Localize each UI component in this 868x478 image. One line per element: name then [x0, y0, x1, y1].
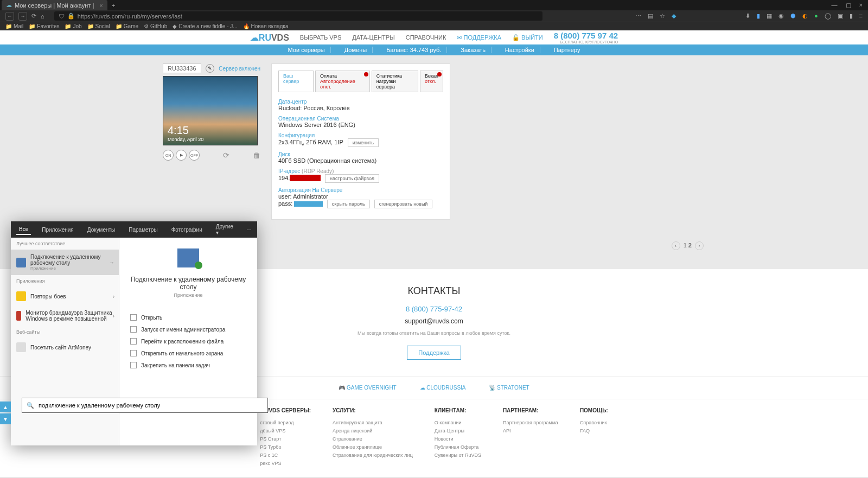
new-tab-button[interactable]: +	[112, 2, 115, 9]
footer-link[interactable]: О компании	[435, 420, 481, 425]
page-1[interactable]: 1	[684, 242, 687, 248]
action-open[interactable]: Открыть	[130, 311, 246, 323]
toolbar-icon-10[interactable]: ▮	[850, 12, 853, 20]
tab-server[interactable]: Ваш сервер	[278, 71, 314, 92]
hide-pass-button[interactable]: скрыть пароль	[327, 200, 370, 208]
search-more-icon[interactable]: ⋯	[246, 227, 252, 233]
edit-icon[interactable]: ✎	[206, 64, 214, 73]
footer-link[interactable]: стовый период	[260, 420, 311, 425]
menu-icon[interactable]: ≡	[859, 12, 863, 20]
nav-datacenters[interactable]: ДАТА-ЦЕНТРЫ	[352, 34, 395, 41]
search-tab-more[interactable]: Другие ▾	[213, 222, 238, 237]
restart-button[interactable]: ▶	[176, 150, 187, 161]
search-input[interactable]: 🔍 подключение к удаленному рабочему стол…	[22, 398, 268, 413]
toolbar-icon-3[interactable]: ▦	[767, 12, 772, 20]
ext-icon[interactable]: ◆	[672, 12, 676, 20]
footer-link[interactable]: PS Турбо	[260, 444, 311, 450]
footer-link[interactable]: рекс VPS	[260, 461, 311, 466]
search-tab-apps[interactable]: Приложения	[39, 225, 76, 234]
footer-link[interactable]: Страхование для юридических лиц	[333, 452, 413, 458]
minimize-icon[interactable]: —	[832, 2, 838, 9]
footer-link[interactable]: Справочник	[580, 420, 608, 425]
url-input[interactable]: 🛡 🔒 https://ruvds.com/ru-rub/my/servers/…	[54, 11, 542, 21]
subnav-balance[interactable]: Баланс: 34.743 руб.	[381, 47, 447, 53]
footer-link[interactable]: PS с 1С	[260, 452, 311, 458]
action-file-location[interactable]: Перейти к расположению файла	[130, 335, 246, 347]
footer-link[interactable]: Сувениры от RuVDS	[435, 452, 481, 458]
scroll-up-button[interactable]: ▲	[0, 401, 11, 412]
footer-link[interactable]: Публичная Оферта	[435, 444, 481, 450]
footer-link[interactable]: Антивирусная защита	[333, 420, 413, 425]
footer-link[interactable]: Аренда лицензий	[333, 428, 413, 434]
page-next-button[interactable]: ›	[695, 241, 704, 250]
subnav-domains[interactable]: Домены	[339, 47, 373, 53]
footer-link[interactable]: Дата-Центры	[435, 428, 481, 434]
bookmark-item[interactable]: 📁 Social	[87, 23, 110, 29]
refresh-icon[interactable]: ⟳	[223, 151, 229, 160]
toolbar-icon-5[interactable]: ⬢	[790, 12, 796, 20]
search-result-item[interactable]: Посетить сайт ArtMoney	[11, 338, 119, 356]
logo[interactable]: ☁RUVDS	[250, 33, 289, 43]
header-phone[interactable]: 8 (800) 775 97 42	[554, 31, 618, 40]
tab-backup[interactable]: Бекапоткл.	[420, 71, 443, 92]
action-unpin-start[interactable]: Открепить от начального экрана	[130, 347, 246, 359]
search-result-rdp[interactable]: Подключение к удаленному рабочему столуП…	[11, 250, 119, 275]
action-run-admin[interactable]: Запуск от имени администратора	[130, 323, 246, 335]
bookmark-item[interactable]: 🔥 Новая вкладка	[243, 23, 289, 29]
toolbar-icon-4[interactable]: ◉	[778, 12, 784, 20]
footer-link[interactable]: PS Старт	[260, 436, 311, 442]
star-icon[interactable]: ☆	[660, 12, 665, 20]
close-window-icon[interactable]: ×	[859, 2, 863, 9]
toolbar-icon-9[interactable]: ▣	[838, 12, 843, 20]
bookmark-item[interactable]: 📁 Game	[116, 23, 138, 29]
reload-icon[interactable]: ⟳	[31, 12, 36, 20]
subnav-order[interactable]: Заказать	[455, 47, 492, 53]
footer-link[interactable]: API	[503, 428, 558, 434]
subnav-servers[interactable]: Мои серверы	[283, 47, 331, 53]
search-result-item[interactable]: Монитор брандмауэра Защитника Windows в …	[11, 305, 119, 326]
toolbar-icon-2[interactable]: ▮	[757, 12, 760, 20]
bookmark-item[interactable]: ◆ Create a new fiddle - J...	[173, 23, 237, 29]
tab-stats[interactable]: Статистиканагрузки сервера	[372, 71, 418, 92]
support-button[interactable]: Поддержка	[407, 346, 461, 360]
dots-icon[interactable]: ⋯	[635, 12, 641, 20]
bookmark-item[interactable]: 📁 Mail	[5, 23, 23, 29]
firewall-button[interactable]: настроить файрвол	[325, 174, 379, 183]
partner-link[interactable]: ☁ CLOUDRUSSIA	[420, 385, 466, 391]
gen-pass-button[interactable]: сгенерировать новый	[374, 200, 433, 208]
footer-link[interactable]: Страхование	[333, 436, 413, 442]
toolbar-icon-7[interactable]: ●	[814, 12, 818, 20]
search-tab-all[interactable]: Все	[16, 225, 31, 235]
nav-select-vps[interactable]: ВЫБРАТЬ VPS	[300, 34, 341, 41]
bookmark-item[interactable]: 📁 Job	[65, 23, 81, 29]
nav-reference[interactable]: СПРАВОЧНИК	[406, 34, 446, 41]
back-button[interactable]: ←	[5, 12, 14, 21]
footer-link[interactable]: Облачное хранилище	[333, 444, 413, 450]
toolbar-icon-1[interactable]: ⬇	[745, 12, 750, 20]
toolbar-icon-8[interactable]: ◯	[825, 12, 831, 20]
search-result-item[interactable]: Повторы боев ›	[11, 287, 119, 305]
close-tab-icon[interactable]: ×	[99, 2, 103, 9]
page-2[interactable]: 2	[688, 242, 692, 248]
power-on-button[interactable]: ON	[163, 150, 174, 161]
partner-link[interactable]: 🎮 GAME OVERNIGHT	[339, 385, 396, 391]
reader-icon[interactable]: ▤	[648, 12, 653, 20]
power-off-button[interactable]: OFF	[189, 150, 200, 161]
maximize-icon[interactable]: ▢	[846, 2, 851, 9]
footer-link[interactable]: дёвый VPS	[260, 428, 311, 434]
delete-icon[interactable]: 🗑	[253, 151, 260, 160]
nav-logout[interactable]: 🔓 ВЫЙТИ	[512, 34, 543, 41]
bookmark-item[interactable]: 📁 Favorites	[29, 23, 59, 29]
nav-support[interactable]: ✉ ПОДДЕРЖКА	[457, 34, 501, 41]
home-icon[interactable]: ⌂	[41, 13, 44, 20]
action-pin-taskbar[interactable]: Закрепить на панели задач	[130, 359, 246, 371]
tab-payment[interactable]: ОплатаАвтопродление откл.	[315, 71, 370, 92]
server-preview[interactable]: 4:15 Monday, April 20	[163, 76, 258, 145]
browser-tab[interactable]: ☁ Мои серверы | Мой аккаунт | ×	[2, 0, 107, 10]
search-tab-photos[interactable]: Фотографии	[169, 225, 205, 234]
subnav-settings[interactable]: Настройки	[500, 47, 540, 53]
footer-link[interactable]: Партнерская программа	[503, 420, 558, 425]
change-button[interactable]: изменить	[348, 138, 379, 147]
toolbar-icon-6[interactable]: ◐	[802, 12, 808, 20]
subnav-partner[interactable]: Партнеру	[548, 47, 586, 53]
